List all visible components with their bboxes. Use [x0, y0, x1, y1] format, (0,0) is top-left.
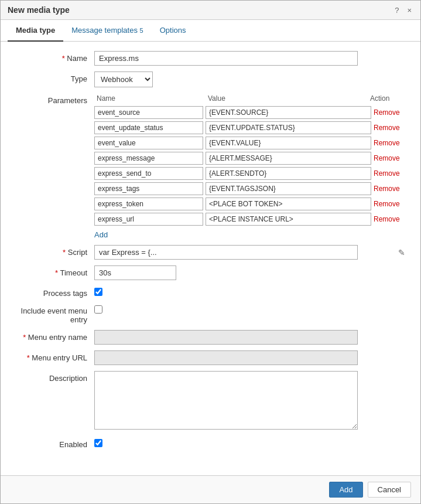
menu-entry-url-input[interactable] — [94, 350, 358, 365]
param-name-input-4[interactable] — [94, 167, 203, 180]
name-field — [94, 51, 409, 66]
process-tags-checkbox[interactable] — [94, 288, 102, 296]
timeout-field — [94, 265, 409, 280]
dialog-controls: ? × — [393, 6, 413, 15]
add-button[interactable]: Add — [329, 482, 362, 498]
param-row: Remove — [94, 182, 409, 195]
form-content: Name Type Webhook Email SMS Parameters N… — [1, 42, 420, 475]
script-row: Script ✎ — [12, 245, 409, 260]
param-value-input-5[interactable] — [206, 182, 371, 195]
param-name-input-7[interactable] — [94, 213, 203, 226]
menu-entry-name-row: Menu entry name — [12, 330, 409, 345]
param-name-input-2[interactable] — [94, 137, 203, 149]
menu-entry-url-field — [94, 350, 409, 365]
param-row: Remove — [94, 213, 409, 226]
param-name-input-5[interactable] — [94, 182, 203, 195]
remove-link-7[interactable]: Remove — [374, 215, 409, 223]
process-tags-row: Process tags — [12, 286, 409, 298]
enabled-label: Enabled — [12, 437, 94, 449]
tab-message-templates-label: Message templates — [71, 26, 138, 35]
remove-link-2[interactable]: Remove — [374, 139, 409, 147]
remove-link-4[interactable]: Remove — [374, 169, 409, 178]
include-event-label: Include event menu entry — [12, 304, 94, 324]
remove-link-6[interactable]: Remove — [374, 200, 409, 208]
param-value-input-0[interactable] — [206, 106, 371, 119]
type-select[interactable]: Webhook Email SMS — [94, 71, 153, 87]
param-row: Remove — [94, 197, 409, 210]
name-row: Name — [12, 51, 409, 66]
tab-message-templates[interactable]: Message templates 5 — [63, 20, 151, 42]
dialog-header: New media type ? × — [1, 1, 420, 20]
param-header-action: Action — [368, 93, 409, 104]
tab-media-type[interactable]: Media type — [8, 20, 63, 42]
include-event-row: Include event menu entry — [12, 304, 409, 324]
include-event-checkbox[interactable] — [94, 305, 102, 314]
param-row: Remove — [94, 167, 409, 180]
timeout-label: Timeout — [12, 265, 94, 277]
menu-entry-name-field — [94, 330, 409, 345]
process-tags-field — [94, 286, 409, 296]
remove-link-3[interactable]: Remove — [374, 154, 409, 162]
timeout-row: Timeout — [12, 265, 409, 280]
param-row: Remove — [94, 121, 409, 134]
parameters-table: Name Value Action Remove Remove — [94, 93, 409, 239]
param-value-input-6[interactable] — [206, 197, 371, 210]
parameters-section: Parameters Name Value Action Remove — [12, 93, 409, 239]
param-value-input-7[interactable] — [206, 213, 371, 226]
name-label: Name — [12, 51, 94, 63]
enabled-row: Enabled — [12, 437, 409, 449]
tabs: Media type Message templates 5 Options — [1, 20, 420, 42]
param-value-input-3[interactable] — [206, 152, 371, 165]
param-name-input-0[interactable] — [94, 106, 203, 119]
enabled-field — [94, 437, 409, 447]
process-tags-label: Process tags — [12, 286, 94, 298]
dialog-footer: Add Cancel — [1, 475, 420, 503]
dialog-title: New media type — [8, 5, 70, 15]
description-field — [94, 371, 409, 431]
param-value-input-1[interactable] — [206, 121, 371, 134]
new-media-type-dialog: New media type ? × Media type Message te… — [0, 0, 421, 504]
tab-options[interactable]: Options — [152, 20, 194, 42]
menu-entry-name-input[interactable] — [94, 330, 358, 345]
menu-entry-url-label: Menu entry URL — [12, 350, 94, 362]
remove-link-0[interactable]: Remove — [374, 108, 409, 117]
param-value-input-4[interactable] — [206, 167, 371, 180]
param-row: Remove — [94, 106, 409, 119]
tab-message-templates-badge: 5 — [140, 27, 143, 34]
parameters-label: Parameters — [12, 93, 94, 105]
timeout-input[interactable] — [94, 265, 176, 280]
param-header-name: Name — [94, 93, 206, 104]
remove-link-1[interactable]: Remove — [374, 124, 409, 132]
type-row: Type Webhook Email SMS — [12, 71, 409, 87]
param-row: Remove — [94, 152, 409, 165]
param-header-value: Value — [206, 93, 368, 104]
script-label: Script — [12, 245, 94, 257]
script-input-wrapper: ✎ — [94, 245, 409, 260]
menu-entry-url-row: Menu entry URL — [12, 350, 409, 365]
close-icon[interactable]: × — [405, 6, 413, 15]
tab-options-label: Options — [160, 26, 186, 35]
include-event-field — [94, 304, 409, 314]
param-table-header: Name Value Action — [94, 93, 409, 104]
remove-link-5[interactable]: Remove — [374, 185, 409, 193]
cancel-button[interactable]: Cancel — [368, 482, 411, 498]
script-field: ✎ — [94, 245, 409, 260]
param-name-input-3[interactable] — [94, 152, 203, 165]
param-row: Remove — [94, 137, 409, 149]
menu-entry-name-label: Menu entry name — [12, 330, 94, 342]
type-label: Type — [12, 71, 94, 83]
help-icon[interactable]: ? — [393, 6, 401, 15]
script-input[interactable] — [94, 245, 358, 260]
add-parameter-link[interactable]: Add — [94, 230, 108, 239]
name-input[interactable] — [94, 51, 358, 66]
edit-script-icon[interactable]: ✎ — [398, 248, 405, 257]
param-value-input-2[interactable] — [206, 137, 371, 149]
tab-media-type-label: Media type — [16, 26, 55, 35]
param-name-input-1[interactable] — [94, 121, 203, 134]
type-field: Webhook Email SMS — [94, 71, 409, 87]
param-name-input-6[interactable] — [94, 197, 203, 210]
description-textarea[interactable] — [94, 371, 358, 430]
enabled-checkbox[interactable] — [94, 439, 102, 447]
description-label: Description — [12, 371, 94, 383]
description-row: Description — [12, 371, 409, 431]
